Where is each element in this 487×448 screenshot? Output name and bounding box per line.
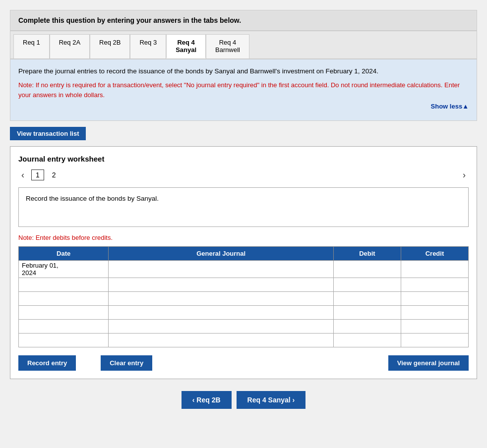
worksheet-container: Journal entry worksheet ‹ 1 2 › Record t…	[10, 146, 477, 379]
tab-req4barnwell[interactable]: Req 4Barnwell	[206, 34, 249, 58]
date-cell-3	[19, 291, 109, 305]
date-cell-4	[19, 305, 109, 319]
debit-input-2[interactable]	[337, 281, 398, 288]
gj-input-2[interactable]	[112, 281, 330, 288]
description-note: Note: If no entry is required for a tran…	[18, 80, 469, 100]
date-cell-6	[19, 333, 109, 347]
debit-cell-1[interactable]	[333, 260, 401, 278]
credit-input-2[interactable]	[404, 281, 465, 288]
note-debits: Note: Enter debits before credits.	[18, 234, 469, 241]
table-row: February 01,2024	[19, 260, 469, 278]
gj-cell-2[interactable]	[109, 278, 334, 291]
header-date: Date	[19, 246, 109, 260]
header-credit: Credit	[401, 246, 468, 260]
date-cell-5	[19, 319, 109, 333]
debit-cell-3[interactable]	[333, 291, 401, 305]
debit-input-5[interactable]	[337, 323, 398, 330]
debit-cell-2[interactable]	[333, 278, 401, 291]
tab-req2a[interactable]: Req 2A	[50, 34, 90, 58]
debit-input-3[interactable]	[337, 295, 398, 302]
credit-input-1[interactable]	[404, 265, 465, 273]
show-less-button[interactable]: Show less▲	[18, 100, 469, 113]
nav-prev-arrow[interactable]: ‹	[18, 169, 27, 181]
header-general-journal: General Journal	[109, 246, 334, 260]
gj-input-1[interactable]	[112, 265, 330, 273]
clear-entry-button[interactable]: Clear entry	[101, 355, 152, 371]
view-transaction-button[interactable]: View transaction list	[10, 127, 86, 140]
gj-cell-4[interactable]	[109, 305, 334, 319]
credit-input-5[interactable]	[404, 323, 465, 330]
credit-cell-3[interactable]	[401, 291, 468, 305]
debit-cell-5[interactable]	[333, 319, 401, 333]
credit-input-6[interactable]	[404, 336, 465, 344]
tab-req3[interactable]: Req 3	[130, 34, 166, 58]
nav-page-1[interactable]: 1	[31, 169, 44, 180]
credit-cell-6[interactable]	[401, 333, 468, 347]
gj-cell-5[interactable]	[109, 319, 334, 333]
next-nav-button[interactable]: Req 4 Sanyal ›	[237, 391, 306, 409]
description-normal: Prepare the journal entries to record th…	[18, 66, 469, 76]
credit-cell-4[interactable]	[401, 305, 468, 319]
bottom-buttons: Record entry Clear entry View general jo…	[18, 355, 469, 371]
worksheet-title: Journal entry worksheet	[18, 155, 469, 163]
gj-cell-1[interactable]	[109, 260, 334, 278]
gj-cell-3[interactable]	[109, 291, 334, 305]
date-cell-1: February 01,2024	[19, 260, 109, 278]
gj-input-6[interactable]	[112, 336, 330, 344]
nav-page-2[interactable]: 2	[48, 170, 60, 180]
credit-cell-5[interactable]	[401, 319, 468, 333]
table-row	[19, 278, 469, 291]
gj-cell-6[interactable]	[109, 333, 334, 347]
credit-cell-2[interactable]	[401, 278, 468, 291]
view-general-journal-button[interactable]: View general journal	[388, 355, 469, 371]
table-row	[19, 305, 469, 319]
header-debit: Debit	[333, 246, 401, 260]
credit-input-3[interactable]	[404, 295, 465, 302]
prev-nav-button[interactable]: ‹ Req 2B	[182, 391, 232, 409]
clear-entry-wrap: Clear entry	[101, 355, 152, 371]
nav-row: ‹ 1 2 ›	[18, 169, 469, 181]
record-entry-button[interactable]: Record entry	[18, 355, 76, 371]
record-description: Record the issuance of the bonds by Sany…	[18, 187, 469, 227]
journal-table: Date General Journal Debit Credit Februa…	[18, 246, 469, 347]
table-row	[19, 319, 469, 333]
table-row	[19, 333, 469, 347]
nav-next-arrow[interactable]: ›	[460, 169, 469, 181]
gj-input-4[interactable]	[112, 309, 330, 316]
date-cell-2	[19, 278, 109, 291]
debit-cell-4[interactable]	[333, 305, 401, 319]
credit-cell-1[interactable]	[401, 260, 468, 278]
gj-input-5[interactable]	[112, 323, 330, 330]
nav-left: ‹ 1 2	[18, 169, 60, 181]
table-row	[19, 291, 469, 305]
tabs-container: Req 1 Req 2A Req 2B Req 3 Req 4Sanyal Re…	[10, 31, 477, 59]
tab-req1[interactable]: Req 1	[13, 34, 50, 58]
instruction-bar: Complete this question by entering your …	[10, 10, 477, 31]
debit-input-4[interactable]	[337, 309, 398, 316]
bottom-nav: ‹ Req 2B Req 4 Sanyal ›	[10, 391, 477, 409]
description-box: Prepare the journal entries to record th…	[10, 59, 477, 121]
tab-req2b[interactable]: Req 2B	[90, 34, 130, 58]
tab-req4sanyal[interactable]: Req 4Sanyal	[166, 34, 206, 58]
debit-input-1[interactable]	[337, 265, 398, 273]
debit-input-6[interactable]	[337, 336, 398, 344]
debit-cell-6[interactable]	[333, 333, 401, 347]
credit-input-4[interactable]	[404, 309, 465, 316]
gj-input-3[interactable]	[112, 295, 330, 302]
